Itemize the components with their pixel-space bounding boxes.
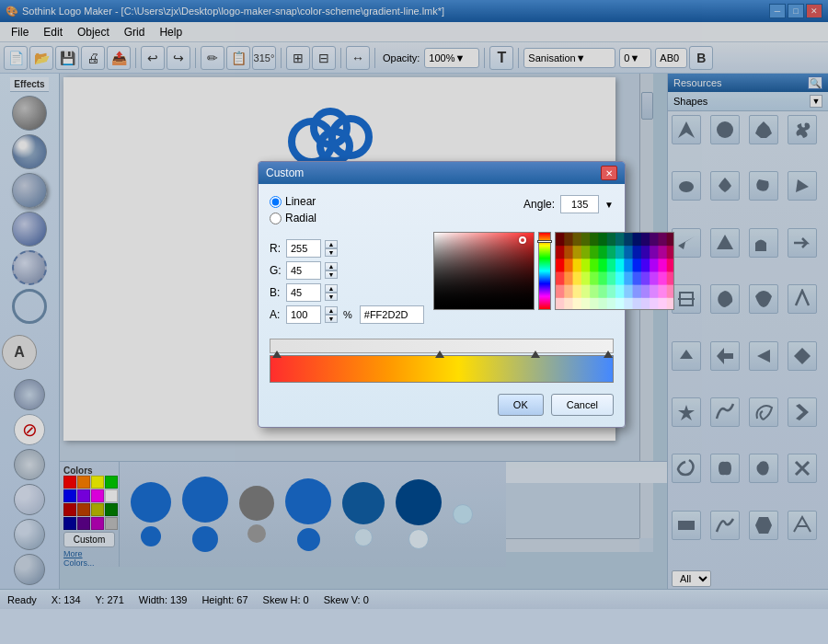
cancel-button[interactable]: Cancel <box>551 394 614 416</box>
gradient-preview-bar <box>270 355 614 383</box>
b-input[interactable] <box>286 283 321 302</box>
g-down[interactable]: ▼ <box>325 270 338 279</box>
modal-body: Linear Radial Angle: ▼ <box>259 184 625 427</box>
r-row: R: ▲ ▼ <box>270 239 424 258</box>
a-down[interactable]: ▼ <box>325 315 338 323</box>
hue-slider[interactable] <box>538 232 551 310</box>
a-up[interactable]: ▲ <box>325 306 338 315</box>
modal-close-button[interactable]: ✕ <box>601 166 617 180</box>
gradient-type-group: Linear Radial <box>270 195 316 224</box>
stop-handle-2[interactable] <box>435 351 444 358</box>
color-palette[interactable] <box>555 232 674 310</box>
angle-input[interactable] <box>560 195 599 213</box>
r-label: R: <box>270 242 282 255</box>
g-up[interactable]: ▲ <box>325 262 338 270</box>
angle-label: Angle: <box>523 198 555 211</box>
g-label: G: <box>270 264 282 277</box>
modal-buttons: OK Cancel <box>270 394 614 416</box>
r-arrows[interactable]: ▲ ▼ <box>325 240 338 257</box>
hue-cursor <box>537 240 552 243</box>
g-arrows[interactable]: ▲ ▼ <box>325 262 338 279</box>
palette-canvas[interactable] <box>556 233 674 310</box>
modal-overlay: Custom ✕ Linear Radial Angle: <box>0 0 828 644</box>
rgba-controls: R: ▲ ▼ G: ▲ ▼ <box>270 239 424 324</box>
hex-input[interactable] <box>360 305 424 324</box>
radial-radio-label[interactable]: Radial <box>270 212 316 224</box>
a-input[interactable] <box>286 305 321 324</box>
ok-button[interactable]: OK <box>498 394 544 416</box>
r-up[interactable]: ▲ <box>325 240 338 248</box>
g-row: G: ▲ ▼ <box>270 261 424 280</box>
radial-radio[interactable] <box>270 213 282 224</box>
angle-row: Angle: ▼ <box>523 195 614 213</box>
b-arrows[interactable]: ▲ ▼ <box>325 284 338 301</box>
stop-handle-3[interactable] <box>531 351 540 358</box>
radial-label: Radial <box>285 212 316 224</box>
stop-indicator-bar <box>270 339 614 353</box>
linear-label: Linear <box>285 195 316 208</box>
angle-dropdown[interactable]: ▼ <box>604 200 614 210</box>
a-arrows[interactable]: ▲ ▼ <box>325 306 338 323</box>
linear-radio-label[interactable]: Linear <box>270 195 316 208</box>
picker-cursor <box>519 236 526 244</box>
b-up[interactable]: ▲ <box>325 284 338 293</box>
r-down[interactable]: ▼ <box>325 248 338 257</box>
modal-title: Custom <box>266 167 304 179</box>
a-label: A: <box>270 308 282 321</box>
g-input[interactable] <box>286 261 321 280</box>
gradient-bar-section <box>270 339 614 383</box>
stop-handle-4[interactable] <box>604 351 613 358</box>
linear-radio[interactable] <box>270 196 282 208</box>
r-input[interactable] <box>286 239 321 258</box>
b-row: B: ▲ ▼ <box>270 283 424 302</box>
b-label: B: <box>270 286 282 299</box>
percent-label: % <box>343 309 352 320</box>
a-row: A: ▲ ▼ % <box>270 305 424 324</box>
sv-picker[interactable] <box>433 232 535 310</box>
color-picker-area <box>433 232 674 331</box>
stop-handle-1[interactable] <box>272 351 282 358</box>
custom-dialog: Custom ✕ Linear Radial Angle: <box>258 161 626 428</box>
b-down[interactable]: ▼ <box>325 293 338 301</box>
modal-titlebar: Custom ✕ <box>259 162 625 184</box>
